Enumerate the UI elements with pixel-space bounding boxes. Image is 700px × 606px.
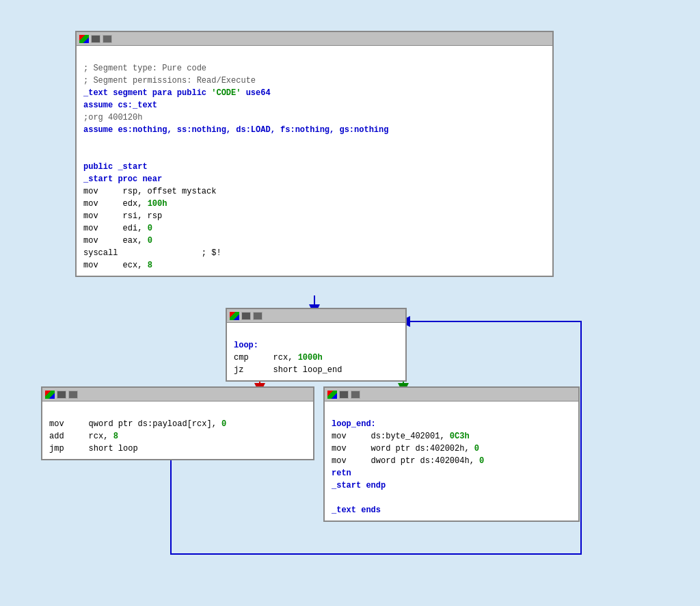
line-3: _text segment para public 'CODE' use64: [83, 88, 271, 98]
loop-line-1: loop:: [234, 341, 258, 350]
loop-titlebar-icon-3: [253, 312, 262, 320]
loop-body-window: mov qword ptr ds:payload[rcx], 0 add rcx…: [41, 386, 314, 460]
line-blank1: [83, 150, 88, 159]
body-titlebar: [42, 388, 313, 401]
line-5: ;org 400120h: [83, 113, 142, 122]
end-blank: [332, 493, 336, 503]
line-10: mov edx, 100h: [83, 199, 167, 209]
line-11: mov rsi, rsp: [83, 211, 162, 221]
end-line-2: mov ds:byte_402001, 0C3h: [332, 432, 470, 441]
loop-code-window: loop: cmp rcx, 1000h jz short loop_end: [226, 308, 407, 382]
end-titlebar: [325, 388, 578, 401]
loop-code-content: loop: cmp rcx, 1000h jz short loop_end: [227, 323, 405, 380]
main-code-window: ; Segment type: Pure code ; Segment perm…: [75, 31, 554, 277]
line-14: syscall ; $!: [83, 248, 221, 258]
end-line-6: _start endp: [332, 481, 386, 490]
titlebar-icon-2: [91, 35, 100, 43]
body-code-content: mov qword ptr ds:payload[rcx], 0 add rcx…: [42, 401, 313, 459]
main-code-content: ; Segment type: Pure code ; Segment perm…: [77, 46, 552, 276]
end-line-5: retn: [332, 469, 351, 478]
body-line-1: mov qword ptr ds:payload[rcx], 0: [49, 419, 226, 429]
loop-titlebar: [227, 309, 405, 323]
end-line-7: _text ends: [332, 505, 381, 515]
titlebar-icon-1: [79, 35, 89, 43]
line-6: assume es:nothing, ss:nothing, ds:LOAD, …: [83, 125, 388, 135]
loop-titlebar-icon-1: [230, 312, 239, 320]
line-15: mov ecx, 8: [83, 261, 152, 270]
line-8: _start proc near: [83, 174, 162, 184]
loop-end-window: loop_end: mov ds:byte_402001, 0C3h mov w…: [323, 386, 580, 522]
line-1: ; Segment type: Pure code: [83, 64, 206, 73]
loop-titlebar-icon-2: [241, 312, 251, 320]
end-line-1: loop_end:: [332, 419, 376, 429]
line-7: public _start: [83, 162, 148, 172]
line-9: mov rsp, offset mystack: [83, 187, 216, 196]
loop-line-2: cmp rcx, 1000h: [234, 353, 323, 363]
titlebar-icon-3: [103, 35, 112, 43]
body-titlebar-icon-3: [68, 391, 78, 399]
line-4: assume cs:_text: [83, 101, 157, 110]
body-line-3: jmp short loop: [49, 444, 138, 453]
end-line-4: mov dword ptr ds:402004h, 0: [332, 456, 484, 466]
end-titlebar-icon-3: [351, 391, 360, 399]
end-titlebar-icon-2: [339, 391, 349, 399]
main-titlebar: [77, 32, 552, 46]
body-titlebar-icon-1: [45, 391, 55, 399]
body-line-2: add rcx, 8: [49, 432, 118, 441]
line-12: mov edi, 0: [83, 224, 152, 233]
end-line-3: mov word ptr ds:402002h, 0: [332, 444, 479, 453]
end-titlebar-icon-1: [327, 391, 337, 399]
line-13: mov eax, 0: [83, 236, 152, 246]
body-titlebar-icon-2: [57, 391, 66, 399]
line-2: ; Segment permissions: Read/Execute: [83, 76, 256, 85]
end-code-content: loop_end: mov ds:byte_402001, 0C3h mov w…: [325, 401, 578, 521]
loop-line-3: jz short loop_end: [234, 365, 342, 375]
